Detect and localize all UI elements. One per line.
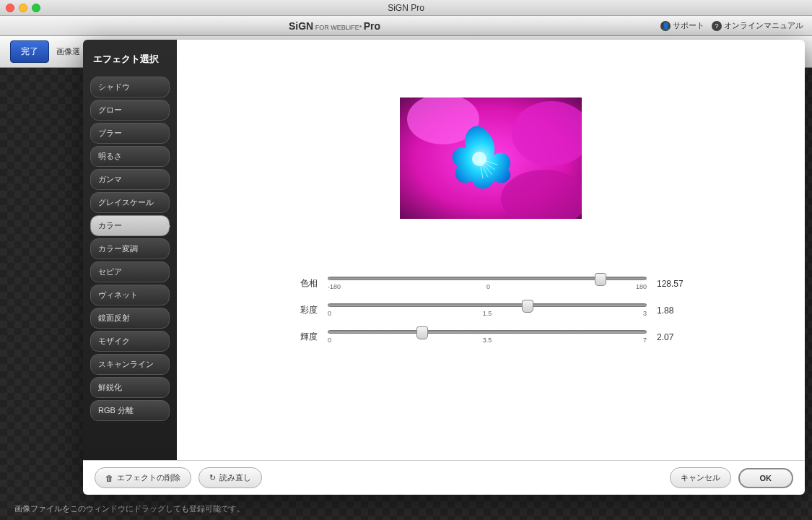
effect-item[interactable]: ヴィネット xyxy=(90,285,170,306)
slider-row: 色相-1800180128.57 xyxy=(289,277,693,290)
preview-image xyxy=(400,98,582,219)
image-select-label: 画像選 xyxy=(56,46,80,57)
drag-hint: 画像ファイルをこのウィンドウにドラッグしても登録可能です。 xyxy=(14,503,245,514)
slider-min: 0 xyxy=(328,310,331,317)
manual-label: オンラインマニュアル xyxy=(724,20,803,31)
effect-item[interactable]: ガンマ xyxy=(90,169,170,190)
ok-button[interactable]: OK xyxy=(738,468,794,488)
slider-track[interactable]: 01.53 xyxy=(328,303,647,317)
slider-max: 7 xyxy=(643,337,647,344)
slider-value: 128.57 xyxy=(657,279,693,289)
dialog-footer: 🗑エフェクトの削除 ↻読み直し キャンセル OK xyxy=(83,460,805,495)
effect-main-panel: 色相-1800180128.57彩度01.531.88輝度03.572.07 xyxy=(177,40,805,460)
effect-item[interactable]: 鏡面反射 xyxy=(90,308,170,329)
slider-max: 3 xyxy=(643,310,647,317)
slider-mid: 0 xyxy=(486,283,490,290)
effect-item[interactable]: 明るさ xyxy=(90,146,170,167)
brand-logo: SiGN FOR WEBLIFE* Pro xyxy=(289,20,380,32)
slider-label: 輝度 xyxy=(289,331,318,343)
support-link[interactable]: 👤サポート xyxy=(660,20,704,31)
slider-max: 180 xyxy=(636,283,647,290)
slider-label: 色相 xyxy=(289,277,318,290)
effect-item[interactable]: モザイク xyxy=(90,331,170,352)
reload-label: 読み直し xyxy=(219,472,251,483)
effect-item[interactable]: RGB 分離 xyxy=(90,400,170,421)
slider-track[interactable]: 03.57 xyxy=(328,330,647,344)
slider-row: 輝度03.572.07 xyxy=(289,330,693,344)
effect-item[interactable]: スキャンライン xyxy=(90,354,170,375)
window-title: SiGN Pro xyxy=(0,3,812,13)
slider-min: -180 xyxy=(328,283,341,290)
delete-label: エフェクトの削除 xyxy=(117,472,180,483)
slider-value: 1.88 xyxy=(657,306,693,316)
effect-item[interactable]: カラー xyxy=(90,215,170,236)
done-button[interactable]: 完了 xyxy=(10,40,49,63)
reload-button[interactable]: ↻読み直し xyxy=(198,467,262,488)
slider-min: 0 xyxy=(328,337,331,344)
slider-row: 彩度01.531.88 xyxy=(289,303,693,317)
effect-item[interactable]: シャドウ xyxy=(90,77,170,98)
slider-mid: 1.5 xyxy=(483,310,492,317)
manual-link[interactable]: ?オンラインマニュアル xyxy=(712,20,803,31)
slider-track[interactable]: -1800180 xyxy=(328,277,647,290)
effect-sidebar: エフェクト選択 シャドウグローブラー明るさガンマグレイスケールカラーカラー変調セ… xyxy=(83,40,177,460)
effect-item[interactable]: セピア xyxy=(90,261,170,282)
sidebar-title: エフェクト選択 xyxy=(83,47,177,74)
effect-item[interactable]: グロー xyxy=(90,100,170,121)
cancel-button[interactable]: キャンセル xyxy=(670,467,731,488)
sliders-group: 色相-1800180128.57彩度01.531.88輝度03.572.07 xyxy=(289,277,693,357)
slider-value: 2.07 xyxy=(657,332,693,342)
brand-name: SiGN xyxy=(289,20,313,32)
effect-item[interactable]: グレイスケール xyxy=(90,192,170,213)
trash-icon: 🗑 xyxy=(105,474,113,482)
slider-thumb[interactable] xyxy=(522,300,533,313)
slider-label: 彩度 xyxy=(289,304,318,316)
brand-suffix: Pro xyxy=(364,20,380,32)
effect-dialog: エフェクト選択 シャドウグローブラー明るさガンマグレイスケールカラーカラー変調セ… xyxy=(83,40,805,495)
slider-mid: 3.5 xyxy=(483,337,492,344)
slider-thumb[interactable] xyxy=(595,273,606,286)
help-icon: ? xyxy=(712,21,722,31)
delete-effect-button[interactable]: 🗑エフェクトの削除 xyxy=(95,467,191,488)
support-label: サポート xyxy=(673,20,704,31)
app-topbar: SiGN FOR WEBLIFE* Pro 👤サポート ?オンラインマニュアル xyxy=(0,16,812,36)
reload-icon: ↻ xyxy=(209,473,216,482)
brand-sub: FOR WEBLIFE* xyxy=(313,24,364,31)
slider-thumb[interactable] xyxy=(416,326,428,339)
effect-item[interactable]: 鮮鋭化 xyxy=(90,377,170,398)
effect-item[interactable]: カラー変調 xyxy=(90,238,170,259)
effect-item[interactable]: ブラー xyxy=(90,123,170,144)
window-titlebar: SiGN Pro xyxy=(0,0,812,16)
user-icon: 👤 xyxy=(660,21,671,31)
